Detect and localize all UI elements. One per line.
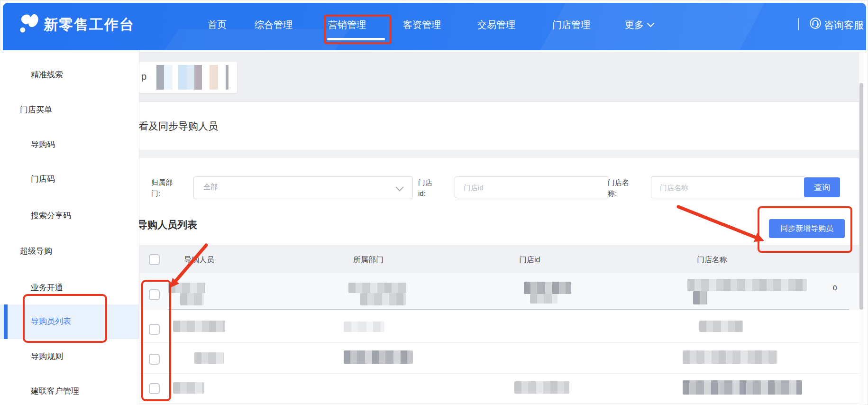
- redacted-tab-content: [149, 65, 228, 90]
- sidebar-item-guide-rules[interactable]: 导购规则: [31, 351, 63, 362]
- row-divider: [168, 309, 849, 310]
- list-title: 导购人员列表: [139, 218, 197, 231]
- store-id-input[interactable]: [455, 176, 609, 198]
- nav-item-more[interactable]: 更多: [625, 18, 653, 31]
- column-header-store-id: 门店id: [519, 255, 540, 265]
- store-id-label: 门店id:: [418, 177, 434, 199]
- page-description: 查看及同步导购人员: [139, 120, 218, 133]
- sidebar-item-search-share-code[interactable]: 搜索分享码: [31, 211, 71, 221]
- redacted-cell: [524, 282, 571, 294]
- sidebar-active-indicator: [4, 304, 8, 339]
- redacted-cell: [699, 321, 743, 332]
- section-divider: [139, 150, 859, 158]
- nav-item-trade-mgmt[interactable]: 交易管理: [477, 18, 515, 31]
- table-header-row: 导购人员 所属部门 门店id 门店名称: [139, 245, 859, 273]
- chevron-down-icon: [396, 184, 404, 192]
- browser-tab-chip[interactable]: p: [139, 62, 237, 93]
- column-header-department: 所属部门: [353, 255, 384, 265]
- tab-text: p: [141, 71, 146, 82]
- search-button[interactable]: 查询: [804, 177, 840, 197]
- column-header-guide: 导购人员: [184, 255, 214, 265]
- row-count-value: 0: [833, 284, 837, 292]
- main-content: p 查看及同步导购人员 归属部门: 全部 门店id: 门店名称: 查询 导购人员…: [139, 50, 859, 405]
- redacted-cell: [348, 283, 406, 293]
- column-header-store-name: 门店名称: [697, 255, 727, 265]
- redacted-cell: [173, 382, 204, 394]
- store-name-input[interactable]: [651, 176, 805, 198]
- redacted-cell: [194, 352, 224, 364]
- redacted-cell: [168, 283, 205, 293]
- top-navbar: 新零售工作台 首页 综合管理 营销管理 客资管理 交易管理 门店管理 更多 咨询…: [3, 3, 866, 50]
- sidebar-item-store-checkout[interactable]: 门店买单: [20, 105, 52, 115]
- tab-strip: [139, 52, 859, 102]
- scrollbar-thumb[interactable]: [859, 83, 863, 310]
- redacted-cell: [530, 294, 557, 304]
- customer-service-icon: [809, 17, 822, 32]
- select-all-checkbox[interactable]: [149, 254, 160, 265]
- department-label: 归属部门:: [151, 177, 176, 199]
- redacted-cell: [514, 381, 569, 394]
- nav-item-home[interactable]: 首页: [208, 18, 227, 31]
- customer-service-link[interactable]: 咨询客服: [824, 18, 864, 32]
- redacted-cell: [693, 291, 707, 304]
- annotation-redbox-sync-button: [758, 206, 852, 253]
- sidebar-item-precise-leads[interactable]: 精准线索: [31, 70, 63, 80]
- redacted-cell: [360, 293, 406, 305]
- redacted-cell: [683, 350, 777, 364]
- sidebar-item-guide-code[interactable]: 导购码: [31, 139, 55, 150]
- navbar-decoration: [139, 29, 350, 50]
- sidebar-item-store-code[interactable]: 门店码: [31, 174, 55, 184]
- nav-item-general-mgmt[interactable]: 综合管理: [255, 18, 292, 31]
- department-select[interactable]: 全部: [193, 176, 413, 199]
- annotation-redbox-marketing: [324, 15, 392, 44]
- redacted-cell: [344, 322, 384, 332]
- app-window: 新零售工作台 首页 综合管理 营销管理 客资管理 交易管理 门店管理 更多 咨询…: [0, 0, 868, 405]
- redacted-cell: [173, 321, 225, 332]
- sidebar-item-business-open[interactable]: 业务开通: [31, 283, 63, 293]
- annotation-redbox-checkboxes: [141, 280, 171, 401]
- brand-title: 新零售工作台: [44, 15, 135, 35]
- redacted-cell: [180, 293, 204, 305]
- nav-item-customer-mgmt[interactable]: 客资管理: [403, 18, 441, 31]
- sidebar-item-super-guide[interactable]: 超级导购: [20, 246, 52, 257]
- table-row: [139, 310, 859, 343]
- sidebar: 精准线索 门店买单 导购码 门店码 搜索分享码 超级导购 业务开通 导购员列表 …: [0, 50, 139, 405]
- nav-item-store-mgmt[interactable]: 门店管理: [552, 18, 590, 31]
- brand-logo-icon: [18, 10, 41, 39]
- department-select-value: 全部: [203, 183, 218, 192]
- store-name-label: 门店名称:: [608, 177, 631, 199]
- redacted-cell: [344, 350, 413, 364]
- redacted-cell: [687, 279, 807, 291]
- chevron-down-icon: [647, 20, 655, 28]
- sidebar-item-contact-customer-mgmt[interactable]: 建联客户管理: [31, 386, 79, 396]
- annotation-redbox-guide-list: [23, 294, 107, 343]
- redacted-cell: [683, 380, 802, 395]
- nav-divider: [798, 18, 799, 30]
- nav-more-label: 更多: [625, 19, 644, 30]
